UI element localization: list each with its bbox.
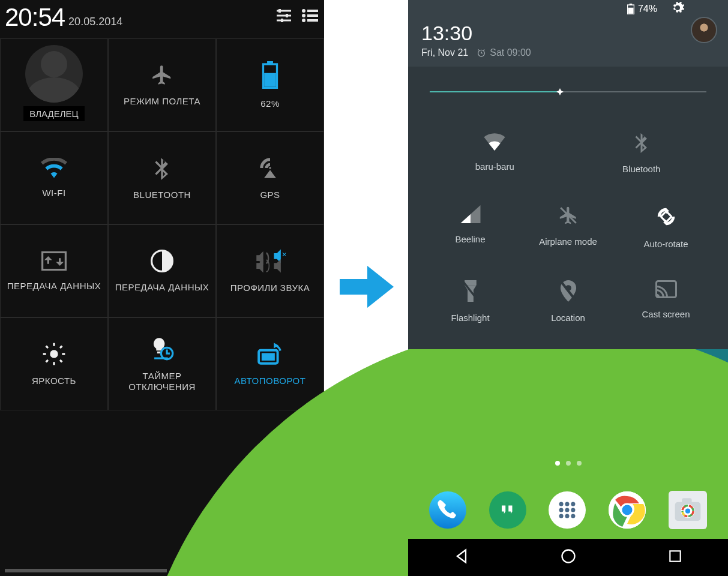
tile-label: WI-FI [42, 188, 65, 199]
phone-app-icon[interactable] [429, 491, 466, 529]
flashlight-icon [462, 280, 479, 304]
wifi-tile[interactable]: WI-FI [0, 131, 108, 224]
bluetooth-tile[interactable]: BLUETOOTH [108, 131, 216, 224]
wifi-icon [483, 131, 507, 153]
tile-label: РЕЖИМ ПОЛЕТА [124, 96, 200, 107]
sound-profiles-tile[interactable]: × ПРОФИЛИ ЗВУКА [216, 224, 324, 317]
tile-label: ПРОФИЛИ ЗВУКА [230, 283, 310, 293]
brightness-slider[interactable] [430, 85, 706, 99]
wifi-tile[interactable]: baru-baru [421, 116, 568, 190]
status-time: 20:54 [5, 3, 65, 32]
svg-point-47 [565, 508, 570, 512]
gear-icon[interactable] [670, 1, 685, 17]
svg-rect-31 [262, 353, 275, 361]
timer-off-tile[interactable]: ТАЙМЕР ОТКЛЮЧЕНИЯ [108, 317, 216, 410]
svg-rect-32 [340, 279, 369, 295]
user-avatar[interactable] [691, 17, 717, 43]
data-transfer-tile-1[interactable]: ПЕРЕДАЧА ДАННЫХ [0, 224, 108, 317]
svg-rect-11 [307, 19, 318, 22]
qs-header: 13:30 Fri, Nov 21 Sat 09:00 [408, 18, 728, 67]
svg-line-25 [46, 360, 48, 362]
tile-label: Bluetooth [622, 164, 660, 174]
camera-app-icon[interactable] [669, 491, 707, 529]
home-dock [408, 491, 728, 529]
tile-label: Beeline [455, 234, 485, 244]
clock-data-icon [151, 250, 173, 275]
location-tile[interactable]: Location [519, 265, 617, 338]
svg-rect-15 [43, 252, 66, 269]
svg-point-50 [565, 514, 570, 518]
brightness-tile[interactable]: ЯРКОСТЬ [0, 317, 108, 410]
signal-icon [460, 205, 481, 226]
battery-pct: 74% [638, 4, 657, 14]
alarm-icon [477, 48, 486, 58]
tile-label: Airplane mode [539, 236, 597, 247]
svg-rect-14 [264, 73, 276, 86]
signal-tile[interactable]: Beeline [421, 190, 519, 265]
svg-rect-35 [628, 8, 633, 14]
tile-label: Cast screen [642, 309, 690, 319]
autorotate-tile[interactable]: АВТОПОВОРОТ [216, 317, 324, 410]
bluetooth-tile[interactable]: Bluetooth [568, 116, 715, 190]
data-transfer-tile-2[interactable]: ПЕРЕДАЧА ДАННЫХ [108, 224, 216, 317]
svg-point-61 [685, 509, 690, 514]
svg-rect-3 [278, 9, 281, 13]
flashlight-tile[interactable]: Flashlight [421, 265, 519, 338]
airplane-mode-tile[interactable]: РЕЖИМ ПОЛЕТА [108, 38, 216, 131]
svg-line-26 [60, 346, 62, 347]
airplane-icon [151, 64, 173, 89]
svg-rect-63 [670, 551, 680, 561]
location-icon [560, 280, 577, 304]
bluetooth-icon [153, 156, 171, 182]
hangouts-app-icon[interactable] [489, 491, 526, 529]
bulb-timer-icon [149, 336, 175, 364]
svg-point-7 [302, 14, 305, 17]
satellite-icon [258, 156, 282, 182]
svg-rect-4 [286, 14, 288, 17]
autorotate-icon [257, 342, 283, 368]
svg-point-43 [559, 502, 564, 506]
wifi-icon [41, 158, 67, 181]
svg-point-48 [571, 508, 576, 512]
tile-label: 62% [260, 98, 280, 109]
tile-label: ЯРКОСТЬ [32, 376, 76, 386]
svg-point-62 [562, 550, 575, 563]
autorotate-tile[interactable]: Auto-rotate [617, 190, 715, 265]
qs-alarm[interactable]: Sat 09:00 [477, 47, 531, 58]
svg-point-45 [571, 502, 576, 506]
equalizer-icon[interactable] [275, 7, 293, 26]
svg-point-44 [565, 502, 570, 506]
tile-label: ПЕРЕДАЧА ДАННЫХ [115, 282, 209, 293]
tile-label: baru-baru [475, 161, 514, 172]
list-icon[interactable] [301, 7, 319, 26]
right-android-quicksettings: 74% 13:30 Fri, Nov 21 Sat 09:00 [408, 0, 728, 576]
cast-icon [655, 280, 678, 301]
recents-button[interactable] [667, 548, 683, 566]
airplane-mode-tile[interactable]: Airplane mode [519, 190, 617, 265]
back-button[interactable] [453, 548, 470, 567]
right-qs-panel: 74% 13:30 Fri, Nov 21 Sat 09:00 [408, 0, 728, 349]
left-tiles-grid: ВЛАДЕЛЕЦ РЕЖИМ ПОЛЕТА 62% WI-FI [0, 35, 324, 410]
gps-tile[interactable]: GPS [216, 131, 324, 224]
owner-tile[interactable]: ВЛАДЕЛЕЦ [0, 38, 108, 131]
svg-point-8 [302, 19, 305, 22]
chrome-app-icon[interactable] [609, 491, 646, 529]
tile-label: АВТОПОВОРОТ [235, 376, 306, 386]
svg-text:×: × [282, 249, 286, 259]
left-scrollbar[interactable] [5, 569, 167, 572]
svg-point-49 [559, 514, 564, 518]
svg-point-18 [50, 350, 58, 358]
data-transfer-icon [41, 251, 67, 274]
svg-point-46 [559, 508, 564, 512]
home-button[interactable] [560, 548, 577, 567]
battery-tile[interactable]: 62% [216, 38, 324, 131]
battery-icon [627, 4, 634, 14]
cast-tile[interactable]: Cast screen [617, 265, 715, 338]
tile-label: GPS [260, 190, 280, 200]
apps-drawer-icon[interactable] [549, 491, 586, 529]
svg-rect-29 [154, 357, 168, 359]
home-page-indicator [408, 461, 728, 466]
bluetooth-icon [634, 131, 649, 155]
svg-rect-9 [307, 10, 318, 12]
svg-point-6 [302, 9, 305, 13]
